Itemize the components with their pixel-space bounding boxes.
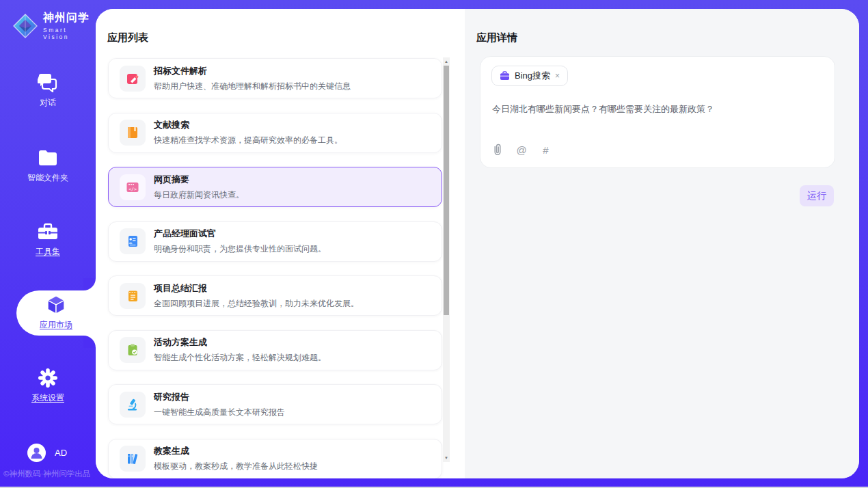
app-icon-tile <box>120 228 146 254</box>
brand-logo: 神州问学 Smart Vision <box>12 11 96 40</box>
sidebar-item-app-market[interactable]: 应用市场 <box>16 290 96 336</box>
tool-chip-bing-search[interactable]: Bing搜索 × <box>491 66 568 86</box>
scrollbar-thumb[interactable] <box>444 66 449 315</box>
app-card-web-summary[interactable]: </>网页摘要每日政府新闻资讯快查。 <box>108 167 442 207</box>
sidebar-item-label: 应用市场 <box>40 319 72 331</box>
copyright-footer: ©神州数码·神州问学出品 <box>3 469 96 479</box>
app-card-description: 每日政府新闻资讯快查。 <box>154 189 244 201</box>
app-card-description: 模板驱动，教案秒成，教学准备从此轻松快捷 <box>154 461 318 472</box>
app-card-project-summary-report[interactable]: 项目总结汇报全面回顾项目进展，总结经验教训，助力未来优化发展。 <box>108 275 442 316</box>
microscope-icon <box>126 398 139 411</box>
app-list-scrollbar[interactable]: ▲ ▼ <box>443 57 450 462</box>
gear-icon <box>38 368 58 388</box>
app-card-research-report[interactable]: 研究报告一键智能生成高质量长文本研究报告 <box>108 384 442 424</box>
books-icon <box>126 452 139 465</box>
app-card-description: 快速精准查找学术资源，提高研究效率的必备工具。 <box>154 135 342 146</box>
briefcase-icon <box>500 71 510 81</box>
user-row[interactable]: AD <box>27 444 67 462</box>
edit-doc-icon <box>126 72 139 85</box>
scroll-down-icon[interactable]: ▼ <box>443 454 450 462</box>
app-card-title: 招标文件解析 <box>154 65 351 77</box>
app-detail-title: 应用详情 <box>476 31 517 44</box>
app-card-title: 文献搜索 <box>154 119 342 131</box>
folder-icon <box>38 148 58 167</box>
app-card-literature-search[interactable]: 文献搜索快速精准查找学术资源，提高研究效率的必备工具。 <box>108 113 442 153</box>
svg-text:</>: </> <box>128 186 137 191</box>
clipboard-check-icon <box>126 343 139 357</box>
sidebar-item-label: 系统设置 <box>31 392 64 404</box>
run-button[interactable]: 运行 <box>800 185 834 206</box>
hash-icon[interactable]: # <box>540 144 551 156</box>
toolbox-icon <box>37 222 59 241</box>
resume-person-icon <box>126 234 139 248</box>
app-card-list: 招标文件解析帮助用户快速、准确地理解和解析招标书中的关键信息文献搜索快速精准查找… <box>108 58 442 478</box>
app-card-pm-interviewer[interactable]: 产品经理面试官明确身份和职责，为您提供专业性的面试问题。 <box>108 221 442 262</box>
sidebar-item-label: 智能文件夹 <box>27 172 68 184</box>
chip-close-icon[interactable]: × <box>555 71 560 81</box>
tool-chip-label: Bing搜索 <box>515 70 550 82</box>
app-card-bid-document-analysis[interactable]: 招标文件解析帮助用户快速、准确地理解和解析招标书中的关键信息 <box>108 58 442 98</box>
app-detail-pane: 应用详情 Bing搜索 × 今日湖北有哪些新闻要点？有哪些需要关注的最新政策？ … <box>465 9 859 478</box>
sidebar-item-label: 对话 <box>40 97 56 109</box>
app-list-title: 应用列表 <box>107 31 148 44</box>
app-icon-tile <box>120 337 146 363</box>
app-card-description: 一键智能生成高质量长文本研究报告 <box>154 407 285 418</box>
app-card-lesson-plan-generator[interactable]: 教案生成模板驱动，教案秒成，教学准备从此轻松快捷 <box>108 439 442 479</box>
app-card-title: 教案生成 <box>154 445 318 457</box>
diamond-logo-icon <box>12 13 38 39</box>
scroll-up-icon[interactable]: ▲ <box>443 57 450 66</box>
app-card-description: 明确身份和职责，为您提供专业性的面试问题。 <box>154 243 326 255</box>
book-icon <box>126 126 139 139</box>
app-card-description: 全面回顾项目进展，总结经验教训，助力未来优化发展。 <box>154 298 359 310</box>
app-icon-tile <box>120 66 146 92</box>
sidebar-item-toolset[interactable]: 工具集 <box>0 222 96 258</box>
browser-code-icon: </> <box>126 180 139 194</box>
cube-icon <box>46 295 66 314</box>
sidebar-item-chat[interactable]: 对话 <box>0 73 96 109</box>
app-icon-tile <box>120 283 146 309</box>
app-card-title: 活动方案生成 <box>154 336 326 349</box>
brand-name: 神州问学 <box>43 11 96 25</box>
at-icon[interactable]: @ <box>516 144 527 156</box>
bubble-curve-top <box>83 278 96 290</box>
app-card-description: 帮助用户快速、准确地理解和解析招标书中的关键信息 <box>154 81 351 92</box>
main-content: 应用列表 招标文件解析帮助用户快速、准确地理解和解析招标书中的关键信息文献搜索快… <box>96 9 859 478</box>
sidebar: 神州问学 Smart Vision 对话智能文件夹工具集应用市场系统设置 AD … <box>0 0 96 488</box>
user-initials: AD <box>55 448 67 458</box>
app-card-title: 研究报告 <box>154 391 285 403</box>
app-icon-tile <box>120 120 146 146</box>
app-card-title: 项目总结汇报 <box>154 282 359 295</box>
app-list-pane: 应用列表 招标文件解析帮助用户快速、准确地理解和解析招标书中的关键信息文献搜索快… <box>96 9 465 478</box>
app-card-title: 产品经理面试官 <box>154 228 326 240</box>
sidebar-item-smart-folders[interactable]: 智能文件夹 <box>0 148 96 184</box>
bubble-curve-bottom <box>83 336 96 348</box>
prompt-input-card: Bing搜索 × 今日湖北有哪些新闻要点？有哪些需要关注的最新政策？ @ # <box>480 56 835 168</box>
sidebar-item-label: 工具集 <box>36 246 60 258</box>
note-icon <box>126 289 139 303</box>
app-card-description: 智能生成个性化活动方案，轻松解决规划难题。 <box>154 352 326 364</box>
brand-subtitle: Smart Vision <box>43 27 96 40</box>
query-input[interactable]: 今日湖北有哪些新闻要点？有哪些需要关注的最新政策？ <box>492 103 820 116</box>
chat-icon <box>38 73 58 92</box>
app-icon-tile: </> <box>120 174 146 200</box>
input-toolbar: @ # <box>492 144 551 156</box>
sidebar-item-system-settings[interactable]: 系统设置 <box>0 368 96 404</box>
paperclip-icon[interactable] <box>492 144 503 156</box>
avatar[interactable] <box>27 444 46 462</box>
app-card-title: 网页摘要 <box>154 174 244 186</box>
app-icon-tile <box>120 446 146 472</box>
app-card-event-plan-generator[interactable]: 活动方案生成智能生成个性化活动方案，轻松解决规划难题。 <box>108 330 442 370</box>
app-icon-tile <box>120 392 146 418</box>
